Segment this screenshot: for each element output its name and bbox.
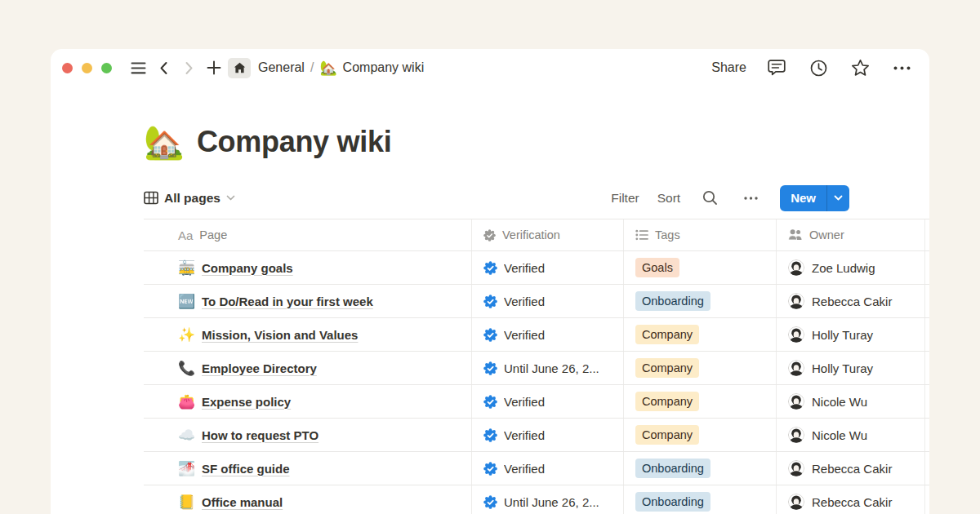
page-link[interactable]: SF office guide <box>202 462 290 476</box>
sort-button[interactable]: Sort <box>657 191 680 206</box>
row-page-emoji-icon: 🚋 <box>178 261 194 275</box>
column-header-extra <box>924 219 937 250</box>
column-label: Tags <box>655 228 680 241</box>
close-window-button[interactable] <box>62 63 73 73</box>
column-header-page[interactable]: Aa Page <box>144 219 471 250</box>
sidebar-menu-icon[interactable] <box>127 56 149 79</box>
tag-pill[interactable]: Company <box>635 392 699 412</box>
row-page-emoji-icon: 👛 <box>178 395 194 409</box>
verified-badge-icon <box>483 295 497 308</box>
column-label: Page <box>199 228 227 241</box>
table-row[interactable]: 📞 Employee Directory Until June 26, 2...… <box>144 352 929 385</box>
verification-status: Verified <box>504 395 545 409</box>
table-row[interactable]: 🆕 To Do/Read in your first week Verified… <box>144 285 929 318</box>
more-options-icon[interactable] <box>890 56 913 79</box>
tab-all-pages[interactable]: All pages <box>144 191 235 206</box>
verified-badge-icon <box>483 495 497 509</box>
row-page-emoji-icon: ✨ <box>178 328 194 342</box>
maximize-window-button[interactable] <box>101 63 112 73</box>
new-page-icon[interactable] <box>203 56 225 79</box>
row-extra-cell <box>924 485 937 514</box>
breadcrumb-root[interactable]: General <box>258 60 305 75</box>
row-page-emoji-icon: 🆕 <box>178 295 194 308</box>
breadcrumb-page[interactable]: Company wiki <box>343 60 425 75</box>
page-link[interactable]: Mission, Vision and Values <box>202 328 358 342</box>
tag-pill[interactable]: Onboarding <box>635 291 710 312</box>
filter-button[interactable]: Filter <box>611 191 639 206</box>
minimize-window-button[interactable] <box>82 63 92 73</box>
verification-status: Verified <box>504 328 545 342</box>
new-button[interactable]: New <box>780 185 826 211</box>
favorite-star-icon[interactable] <box>849 56 871 79</box>
verification-status: Until June 26, 2... <box>504 361 599 375</box>
column-header-owner[interactable]: Owner <box>776 219 924 250</box>
table-body: 🚋 Company goals Verified Goals Zoe Ludwi… <box>144 251 929 514</box>
owner-avatar <box>788 293 804 309</box>
tag-pill[interactable]: Onboarding <box>635 492 710 512</box>
window-titlebar: General / 🏡 Company wiki Share <box>51 49 929 86</box>
verified-badge-icon <box>483 361 497 375</box>
page-link[interactable]: How to request PTO <box>202 428 318 442</box>
row-extra-cell <box>924 352 937 384</box>
page-link[interactable]: Expense policy <box>202 395 291 409</box>
column-header-verification[interactable]: Verification <box>471 219 623 250</box>
owner-avatar <box>788 460 804 476</box>
nav-controls <box>127 56 251 79</box>
page-header: 🏡 Company wiki <box>144 121 849 163</box>
table-row[interactable]: 🚋 Company goals Verified Goals Zoe Ludwi… <box>144 251 929 285</box>
home-icon[interactable] <box>228 58 251 78</box>
table-row[interactable]: ☁️ How to request PTO Verified Company N… <box>144 419 929 452</box>
verified-badge-icon <box>483 428 497 442</box>
table-row[interactable]: ✨ Mission, Vision and Values Verified Co… <box>144 318 929 352</box>
updates-clock-icon[interactable] <box>807 56 830 79</box>
row-page-emoji-icon: 📒 <box>178 495 194 509</box>
page-link[interactable]: Company goals <box>202 261 293 275</box>
row-extra-cell <box>924 385 937 418</box>
breadcrumb-separator: / <box>310 60 314 75</box>
breadcrumb: General / 🏡 Company wiki <box>258 60 424 75</box>
verification-status: Verified <box>504 462 545 476</box>
comments-icon[interactable] <box>765 56 788 79</box>
new-button-caret-icon[interactable] <box>827 185 849 211</box>
people-property-icon <box>788 229 803 241</box>
owner-name: Holly Turay <box>812 328 873 342</box>
tag-pill[interactable]: Onboarding <box>635 459 710 479</box>
search-icon[interactable] <box>698 187 721 210</box>
page-emoji-icon[interactable]: 🏡 <box>144 126 185 158</box>
view-more-options-icon[interactable] <box>739 187 762 210</box>
tag-pill[interactable]: Company <box>635 325 699 345</box>
row-extra-cell <box>924 452 937 485</box>
owner-avatar <box>788 393 804 410</box>
owner-avatar <box>788 360 804 376</box>
row-page-emoji-icon: 🌁 <box>178 462 194 476</box>
window-controls <box>62 63 112 73</box>
view-toolbar-actions: Filter Sort New <box>611 185 849 211</box>
table-row[interactable]: 👛 Expense policy Verified Company Nicole… <box>144 385 929 419</box>
view-toolbar: All pages Filter Sort New <box>144 184 849 211</box>
new-split-button: New <box>780 185 849 211</box>
forward-icon[interactable] <box>177 56 200 79</box>
share-button[interactable]: Share <box>711 60 746 75</box>
tag-pill[interactable]: Company <box>635 358 699 379</box>
verification-status: Until June 26, 2... <box>504 495 599 509</box>
tag-pill[interactable]: Goals <box>635 258 679 278</box>
row-extra-cell <box>924 251 937 284</box>
notion-window: General / 🏡 Company wiki Share 🏡 Company… <box>51 49 929 514</box>
column-header-tags[interactable]: Tags <box>623 219 776 250</box>
page-link[interactable]: To Do/Read in your first week <box>202 295 373 308</box>
column-label: Owner <box>809 228 844 241</box>
verification-status: Verified <box>504 295 545 308</box>
table-row[interactable]: 📒 Office manual Until June 26, 2... Onbo… <box>144 485 929 514</box>
table-view-icon <box>144 191 158 205</box>
row-extra-cell <box>924 318 937 351</box>
table-header: Aa Page Verification Tags Owner <box>144 219 929 251</box>
back-icon[interactable] <box>152 56 175 79</box>
owner-name: Rebecca Cakir <box>812 295 892 308</box>
verification-property-icon <box>483 229 496 241</box>
page-link[interactable]: Office manual <box>202 495 283 509</box>
tag-pill[interactable]: Company <box>635 425 699 445</box>
page-link[interactable]: Employee Directory <box>202 361 317 375</box>
row-extra-cell <box>924 419 937 451</box>
owner-avatar <box>788 494 804 510</box>
table-row[interactable]: 🌁 SF office guide Verified Onboarding Re… <box>144 452 929 485</box>
